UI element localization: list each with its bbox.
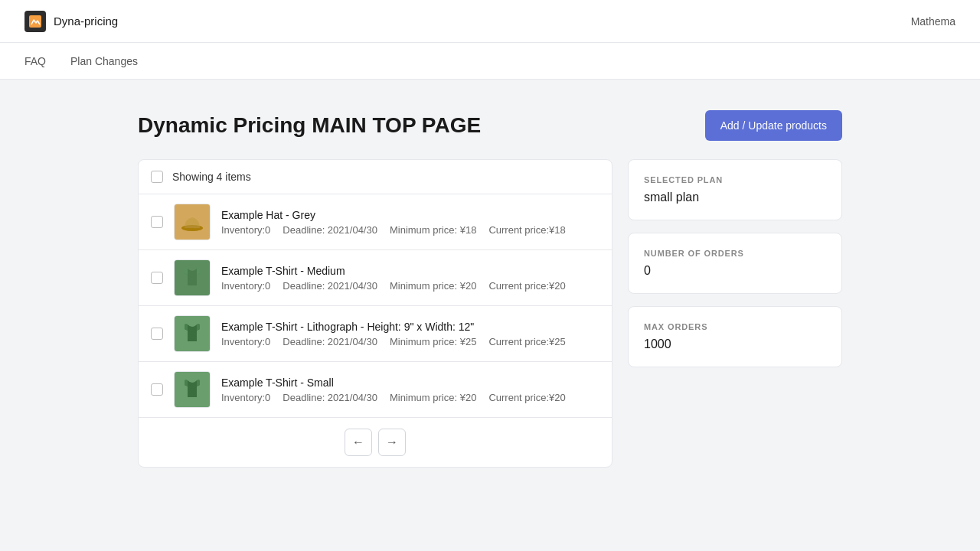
product-current-price-2: Current price:¥25 <box>488 336 565 347</box>
products-panel: Showing 4 items Example Hat - Grey <box>138 159 612 468</box>
product-name-3: Example T-Shirt - Small <box>221 377 599 389</box>
product-meta-3: Inventory:0 Deadline: 2021/04/30 Minimum… <box>221 392 599 403</box>
main-content: Dynamic Pricing MAIN TOP PAGE Add / Upda… <box>0 80 980 498</box>
product-current-price-3: Current price:¥20 <box>488 392 565 403</box>
product-inventory-1: Inventory:0 <box>221 280 270 292</box>
product-current-price-0: Current price:¥18 <box>488 224 565 236</box>
product-name-2: Example T-Shirt - Lithograph - Height: 9… <box>221 321 599 333</box>
add-update-button[interactable]: Add / Update products <box>705 110 842 141</box>
product-checkbox-3[interactable] <box>151 383 163 396</box>
product-meta-2: Inventory:0 Deadline: 2021/04/30 Minimum… <box>221 336 599 347</box>
product-info-3: Example T-Shirt - Small Inventory:0 Dead… <box>221 377 599 403</box>
app-title: Dyna-pricing <box>54 15 118 28</box>
pagination: ← → <box>139 417 612 467</box>
num-orders-label: NUMBER OF ORDERS <box>644 249 826 258</box>
page-header: Dynamic Pricing MAIN TOP PAGE Add / Upda… <box>138 110 842 141</box>
logo-icon <box>24 11 46 32</box>
showing-bar: Showing 4 items <box>139 160 612 194</box>
max-orders-label: MAX ORDERS <box>644 322 826 331</box>
selected-plan-value: small plan <box>644 191 826 204</box>
num-orders-value: 0 <box>644 264 826 278</box>
next-page-button[interactable]: → <box>378 429 406 456</box>
product-image-3 <box>174 371 211 408</box>
page-title: Dynamic Pricing MAIN TOP PAGE <box>138 113 481 138</box>
nav-item-plan-changes[interactable]: Plan Changes <box>70 44 138 78</box>
product-name-1: Example T-Shirt - Medium <box>221 265 599 277</box>
product-info-0: Example Hat - Grey Inventory:0 Deadline:… <box>221 209 599 236</box>
product-deadline-2: Deadline: 2021/04/30 <box>283 336 377 347</box>
nav-item-faq[interactable]: FAQ <box>24 44 46 78</box>
product-current-price-1: Current price:¥20 <box>488 280 565 292</box>
product-min-price-1: Minimum price: ¥20 <box>390 280 476 292</box>
product-image-2 <box>174 315 211 352</box>
product-checkbox-0[interactable] <box>151 216 163 228</box>
num-orders-card: NUMBER OF ORDERS 0 <box>628 233 842 294</box>
header-left: Dyna-pricing <box>24 11 118 32</box>
max-orders-card: MAX ORDERS 1000 <box>628 306 842 367</box>
product-meta-1: Inventory:0 Deadline: 2021/04/30 Minimum… <box>221 280 599 292</box>
side-panel: SELECTED PLAN small plan NUMBER OF ORDER… <box>628 159 842 380</box>
prev-page-button[interactable]: ← <box>345 429 372 456</box>
product-meta-0: Inventory:0 Deadline: 2021/04/30 Minimum… <box>221 224 599 236</box>
product-deadline-0: Deadline: 2021/04/30 <box>283 224 377 236</box>
product-name-0: Example Hat - Grey <box>221 209 599 221</box>
product-deadline-3: Deadline: 2021/04/30 <box>283 392 377 403</box>
product-min-price-0: Minimum price: ¥18 <box>390 224 476 236</box>
product-image-0 <box>174 204 211 240</box>
product-row: Example T-Shirt - Small Inventory:0 Dead… <box>139 362 612 417</box>
product-info-1: Example T-Shirt - Medium Inventory:0 Dea… <box>221 265 599 292</box>
product-info-2: Example T-Shirt - Lithograph - Height: 9… <box>221 321 599 347</box>
product-row: Example Hat - Grey Inventory:0 Deadline:… <box>139 194 612 250</box>
selected-plan-card: SELECTED PLAN small plan <box>628 159 842 220</box>
product-inventory-2: Inventory:0 <box>221 336 270 347</box>
product-row: Example T-Shirt - Medium Inventory:0 Dea… <box>139 250 612 306</box>
header: Dyna-pricing Mathema <box>0 0 980 43</box>
product-checkbox-1[interactable] <box>151 272 163 284</box>
svg-point-2 <box>181 225 203 231</box>
main-nav: FAQ Plan Changes <box>0 43 980 80</box>
product-min-price-3: Minimum price: ¥20 <box>390 392 476 403</box>
product-inventory-3: Inventory:0 <box>221 392 270 403</box>
product-deadline-1: Deadline: 2021/04/30 <box>283 280 377 292</box>
max-orders-value: 1000 <box>644 337 826 351</box>
product-image-1 <box>174 259 211 296</box>
selected-plan-label: SELECTED PLAN <box>644 175 826 184</box>
showing-text: Showing 4 items <box>172 171 251 183</box>
product-checkbox-2[interactable] <box>151 328 163 340</box>
content-area: Showing 4 items Example Hat - Grey <box>138 159 842 468</box>
product-inventory-0: Inventory:0 <box>221 224 270 236</box>
user-name: Mathema <box>911 15 956 28</box>
product-row: Example T-Shirt - Lithograph - Height: 9… <box>139 306 612 362</box>
product-min-price-2: Minimum price: ¥25 <box>390 336 476 347</box>
select-all-checkbox[interactable] <box>151 171 163 183</box>
